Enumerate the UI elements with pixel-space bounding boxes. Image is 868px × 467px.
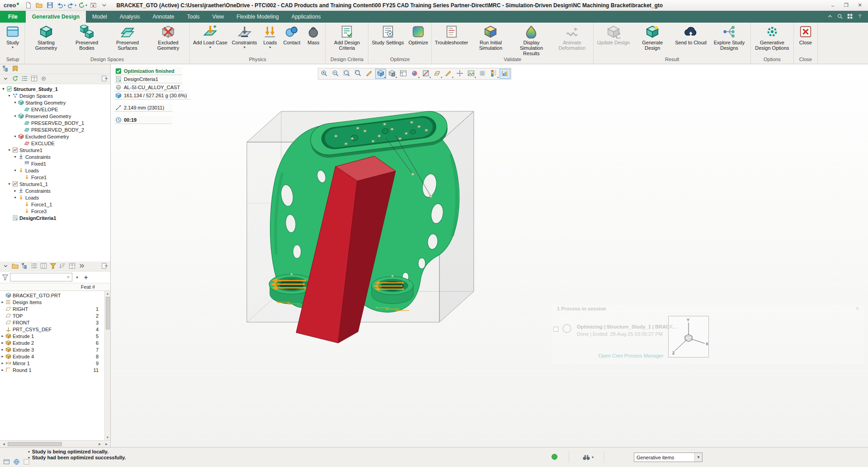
expander-icon[interactable]: ▾	[1, 87, 6, 91]
feature-tree-item-right[interactable]: RIGHT1	[0, 305, 110, 312]
model-tree-item-loads[interactable]: ▾Loads	[0, 194, 110, 201]
tabbar-search[interactable]	[836, 13, 844, 20]
status-blank[interactable]	[22, 457, 31, 466]
vp-scene-setup-button[interactable]: ▾	[466, 69, 476, 79]
feature-tree-item-top[interactable]: TOP2	[0, 312, 110, 319]
add-design-criteria-button[interactable]: Add Design Criteria	[327, 24, 367, 54]
vp-zoom-out-button[interactable]	[330, 69, 341, 79]
maximize-button[interactable]: ❐	[840, 1, 853, 10]
qat-new-file[interactable]	[23, 1, 33, 10]
panel-btn-detach[interactable]	[100, 262, 109, 271]
mass-button[interactable]: Mass	[303, 24, 324, 54]
process-checkbox[interactable]	[553, 327, 558, 332]
close-window-button[interactable]: ✕	[854, 1, 866, 10]
vp-sim-results-button[interactable]	[500, 69, 510, 79]
panel-btn-list[interactable]	[30, 262, 38, 271]
display-simulation-results-button[interactable]: Display Simulation Results	[511, 24, 551, 54]
expander-icon[interactable]: ▾	[13, 155, 18, 159]
optimize-button[interactable]: Optimize	[406, 24, 429, 54]
expander-icon[interactable]: ▾	[7, 94, 12, 98]
panel-btn-bookmarks[interactable]	[11, 65, 19, 73]
generate-design-button[interactable]: Generate Design	[632, 24, 672, 54]
explore-study-designs-button[interactable]: Explore Study Designs	[709, 24, 749, 54]
items-filter-combobox[interactable]: Generative items ▼	[634, 453, 703, 462]
combo-caret-icon[interactable]: ▼	[694, 453, 702, 462]
panel-btn-caret-down[interactable]	[1, 75, 10, 83]
study-button[interactable]: Study▾	[2, 24, 23, 54]
vp-legend-button[interactable]: ▾	[488, 69, 499, 79]
model-tree-item-fixed1[interactable]: Fixed1	[0, 160, 110, 167]
expander-icon[interactable]: ▾	[13, 168, 18, 172]
panel-btn-settings[interactable]	[39, 75, 48, 83]
generative-design-options-button[interactable]: Generative Design Options	[752, 24, 792, 54]
expander-icon[interactable]: ▾	[7, 148, 12, 152]
expander-icon[interactable]: ▾	[13, 134, 18, 138]
tab-applications[interactable]: Applications	[285, 11, 327, 23]
vp-zoom-region-button[interactable]	[353, 69, 363, 79]
feature-tree-item-round-1[interactable]: ▸Round 111	[0, 367, 110, 373]
vp-zoom-in-button[interactable]	[319, 69, 330, 79]
excluded-geometry-button[interactable]: Excluded Geometry	[148, 24, 188, 54]
qat-window-close[interactable]	[88, 1, 99, 10]
feature-tree-item-extrude-1[interactable]: ▸Extrude 15	[0, 333, 110, 339]
panel-btn-filter-yellow[interactable]	[49, 262, 57, 271]
filter-clear-button[interactable]: ×	[65, 274, 71, 280]
qat-save[interactable]	[45, 1, 55, 10]
file-menu-button[interactable]: File	[0, 11, 26, 23]
expander-icon[interactable]: ▾	[7, 182, 12, 186]
panel-btn-chevrons[interactable]	[77, 262, 86, 271]
model-tree-item-structure-study-1[interactable]: ▾Structure_Study_1	[0, 86, 110, 92]
preserved-bodies-button[interactable]: Preserved Bodies	[67, 24, 107, 54]
expander-icon[interactable]: ▸	[0, 348, 5, 352]
tab-annotate[interactable]: Annotate	[146, 11, 180, 23]
expander-icon[interactable]: ▸	[0, 334, 5, 338]
model-status-dot[interactable]	[552, 454, 557, 460]
tabbar-help[interactable]: ?	[856, 13, 863, 20]
panel-btn-list[interactable]	[20, 75, 29, 83]
model-tree-item-force3[interactable]: Force3	[0, 208, 110, 214]
process-close-button[interactable]: ×	[853, 305, 862, 312]
tab-model[interactable]: Model	[86, 11, 113, 23]
model-tree-item-structure1[interactable]: ▾Structure1	[0, 147, 110, 153]
panel-btn-folder[interactable]	[11, 262, 19, 271]
tab-view[interactable]: View	[206, 11, 230, 23]
model-tree-item-constraints[interactable]: ▾Constraints	[0, 153, 110, 160]
model-tree-item-preserved-geometry[interactable]: ▾Preserved Geometry	[0, 113, 110, 119]
vp-saved-views-button[interactable]: ▾	[387, 69, 397, 79]
vp-section-button[interactable]: ▾	[420, 69, 431, 79]
scroll-right-icon[interactable]: ▸	[97, 442, 103, 446]
qat-undo[interactable]: ▾	[56, 1, 66, 10]
preserved-surfaces-button[interactable]: Preserved Surfaces	[108, 24, 147, 54]
scroll-down-icon[interactable]: ▼	[106, 435, 109, 440]
vp-datum-display-button[interactable]: ▾	[432, 69, 443, 79]
status-window[interactable]	[2, 457, 11, 466]
expander-icon[interactable]: ▸	[0, 341, 5, 345]
feature-tree-item-extrude-3[interactable]: ▸Extrude 37	[0, 346, 110, 353]
expander-icon[interactable]: ▸	[0, 354, 5, 358]
troubleshooter-button[interactable]: Troubleshooter	[433, 24, 470, 54]
vp-display-style-button[interactable]: ▾	[375, 69, 386, 79]
feature-tree-item-prt-csys-def[interactable]: PRT_CSYS_DEF4	[0, 326, 110, 333]
model-tree-item-starting-geometry[interactable]: ▾Starting Geometry	[0, 99, 110, 106]
feature-tree-item-design-items[interactable]: ▸Design Items	[0, 299, 110, 305]
send-to-cloud-button[interactable]: Send to Cloud	[673, 24, 708, 54]
panel-btn-tree-columns[interactable]	[68, 262, 76, 271]
model-tree-item-structure1-1[interactable]: ▾Structure1_1	[0, 181, 110, 187]
feature-tree-vscrollbar[interactable]: ▲ ▼	[104, 291, 110, 440]
tab-tools[interactable]: Tools	[180, 11, 206, 23]
vp-view-manager-button[interactable]	[398, 69, 409, 79]
hscroll-thumb[interactable]	[8, 442, 62, 446]
model-tree-item-constraints[interactable]: ▸Constraints	[0, 187, 110, 194]
vp-appearance-button[interactable]: ▾	[409, 69, 420, 79]
model-tree-item-preserved-body-2[interactable]: PRESERVED_BODY_2	[0, 126, 110, 133]
tree-filter-input[interactable]	[10, 273, 72, 281]
vp-refit-button[interactable]	[341, 69, 352, 79]
minimize-button[interactable]: –	[826, 1, 839, 10]
panel-btn-caret-down[interactable]	[1, 262, 10, 271]
run-initial-simulation-button[interactable]: Run Initial Simulation	[471, 24, 510, 54]
feature-tree-item-extrude-2[interactable]: ▸Extrude 26	[0, 339, 110, 346]
constraints-button[interactable]: Constraints▾	[230, 24, 259, 54]
status-globe[interactable]	[12, 457, 21, 466]
filter-options-caret[interactable]: ▾	[74, 273, 80, 281]
qat-redo[interactable]: ▾	[66, 1, 77, 10]
